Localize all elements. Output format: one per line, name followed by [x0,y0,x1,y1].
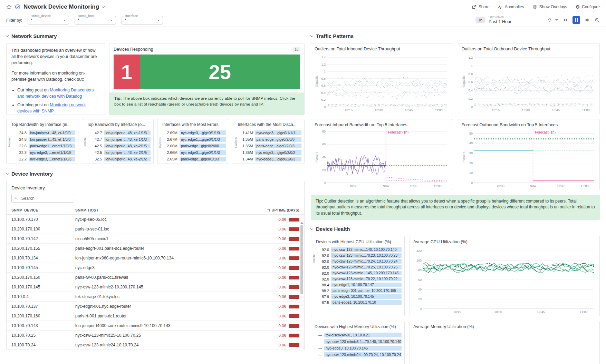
device-inventory-section-header[interactable]: Device Inventory [6,171,305,177]
header-left: Network Device Monitoring [6,3,104,10]
toplist-row[interactable]: 92.0nyc-csw-123-mimic...70.25, 10.100.70… [318,264,402,270]
scroll-up-icon[interactable] [300,222,303,224]
toplist-row[interactable]: 92.0nyc-csw-123-mimic...145, 10.200.170.… [318,270,402,276]
toplist-row[interactable]: 92.0nyc-csw-123-mimic...140, 10.100.70.1… [318,247,402,253]
inventory-row[interactable]: 10.100.70.25nyc-csw-123-mimic25-10.100.7… [7,331,304,340]
device-health-section-header[interactable]: Device Health [311,226,600,232]
section-collapse-icon [6,34,9,37]
toplist-row[interactable]: 92.0nyc-csw-123-mimic...70.24, 10.100.70… [318,258,402,264]
share-label: Share [479,4,490,9]
svg-text:0.4: 0.4 [468,89,473,92]
title-chevron-icon[interactable] [102,5,105,8]
inventory-row[interactable]: 10.200.170.150paris-fw-00.paris-dc1.fire… [7,273,304,282]
inventory-row[interactable]: 10.100.70.134lon-juniper-mx960-edge-rout… [7,253,304,263]
toplist-row[interactable]: 92.0nyc-csw-123-mimic...70.23, 10.100.70… [318,253,402,258]
star-icon[interactable] [6,4,12,10]
toplist-row[interactable]: 2.69Mnyc-edge3,...gige0/1/1/0 [164,129,226,136]
toplist-row[interactable]: 22.6paris-edge1...ernet1/1/0/3 [13,142,75,149]
average-memory-chart[interactable] [413,330,596,364]
time-range-selector[interactable]: UTC+09:00 Past 1 Hour [489,16,544,24]
inventory-row[interactable]: 10.200.170.160paris-rt-001.paris-dc1.rou… [7,311,304,321]
column-header-uptime[interactable]: UPTIME (DAYS) [252,206,304,215]
time-pause-button[interactable] [573,16,580,24]
configure-button[interactable]: ⚙ Configure [575,4,600,9]
toplist-row[interactable]: —nyc-edge3, 10.100.70.145 [314,345,402,351]
toplist-row[interactable]: 1.35Mparis-edge...gige0/2/0/0 [239,136,302,142]
show-overlays-button[interactable]: Show Overlays [532,4,567,9]
unreachable-devices-box[interactable]: 1 [114,55,140,89]
toplist-row[interactable]: 87.9nyc-edge3, 10.100.70.145 [318,294,402,299]
inventory-row[interactable]: 10.100.70.142cisco5505-mimic10.06 [7,234,304,244]
uptime-cell: 0.06 [252,234,304,244]
snmp-device-filter-dropdown[interactable]: snmp_device * [28,16,69,24]
toplist-row[interactable]: 42.5lon-juniper-t...43, xe-2/1/5 [88,149,151,156]
column-header-snmp-host[interactable]: SNMP_HOST [70,206,252,215]
interface-filter-dropdown[interactable]: interface * [122,16,163,24]
inventory-scrollbar[interactable] [300,222,303,348]
inventory-search-box[interactable] [11,194,74,203]
time-forward-button[interactable] [584,16,591,24]
toplist-row[interactable]: 1.35Mparis-edge...gige0/2/0/3 [239,142,302,149]
toplist-row[interactable]: —nyc-csw-123-mimic24...00.70.24, 10.100.… [314,351,402,358]
inventory-row[interactable]: 10.10.0.4tok-storage-01.tokyo.loc0.06 [7,292,304,302]
toplist-row[interactable]: —tok-cisco-sw-01, 10.10.0.21 [314,332,402,338]
traffic-patterns-section-header[interactable]: Traffic Patterns [311,33,600,39]
forecast-outbound-chart[interactable]: 0102030405010:30Now11:3012:00Forecast (1… [462,128,596,188]
toplist-row[interactable]: 22.2nyc-edge3, ...ernet1/1/0/3 [13,156,75,162]
inventory-row[interactable]: 10.200.170.100paris-ip-sec-01.loc0.06 [7,224,304,234]
toplist-row[interactable]: 22.3nyc-edge3, ...ernet1/1/0/5 [13,149,75,156]
toplist-row[interactable]: 2.67Mnyc-edge1,...gige0/1/1/3 [164,136,226,142]
scrollbar-thumb[interactable] [300,225,303,294]
uptime-cell: 0.06 [252,331,304,340]
toplist-row[interactable]: 42.7lon-juniper-t...48, xe-1/1/3 [88,129,151,136]
forecast-inbound-chart[interactable]: 02040608010:30Now11:3012:00Forecast (1h)… [315,128,449,188]
svg-text:10:30: 10:30 [497,184,504,188]
network-summary-section-header[interactable]: Network Summary [6,33,305,39]
search-input[interactable] [21,196,71,201]
inventory-row[interactable]: 10.100.170.145nyc-csw-123-mimic2-10.200.… [7,282,304,292]
toplist-row[interactable]: 88.4nyc-edge1, 10.100.70.147 [318,282,402,288]
toplist-row[interactable]: 24.8lon-juniper-t...43, et-1/0/0 [13,136,75,142]
inventory-row[interactable]: 10.100.70.137nyc-edgrt-001.nyc.edge-rout… [7,302,304,311]
inventory-card-title: Device Inventory [7,181,304,192]
toplist-row[interactable]: 2.65Mparis-edge...gige0/1/1/3 [164,156,226,162]
toplist-row[interactable]: 24.8lon-juniper-t...48, et-1/0/0 [13,129,75,136]
toplist-row[interactable]: 92.0nyc-csw-123-mimic...70.22, 10.100.70… [318,276,402,282]
toplist-row[interactable]: 42.7lon-juniper-t...43, xe-1/1/3 [88,136,151,142]
toplist-row[interactable]: 2.66Mparis-edge...gige0/2/0/0 [164,142,226,149]
anomalies-label: Anomalies [505,4,524,9]
toplist-row[interactable]: 2.66Mnyc-edge3,...gige0/1/1/3 [164,149,226,156]
pin-icon[interactable] [547,18,552,22]
time-backward-button[interactable] [561,16,569,24]
anomalies-button[interactable]: Anomalies [498,4,524,9]
toplist-row[interactable]: 32.5lon-juniper-t...48, xe-2/1/2 [88,156,151,162]
inbound-outliers-chart[interactable]: 00.20.40.60.811.21.410:1510:3010:4511:00… [315,52,449,112]
toplist-row[interactable]: 1.41Mnyc-edge3,...gige0/1/1/1 [239,129,302,136]
zoom-out-icon[interactable] [595,18,600,23]
toplist-value: — [314,353,322,357]
toplist-row[interactable]: 42.5lon-juniper-t...48, xe-2/1/5 [88,142,151,149]
share-button[interactable]: Share [472,4,490,9]
column-header-snmp-device[interactable]: SNMP_DEVICE [7,206,70,215]
time-dropdown-caret-icon[interactable] [555,19,558,21]
inventory-row[interactable]: 10.100.70.24nyc-csw-123-mimic24-10.10.70… [7,340,304,350]
toplist-row[interactable]: 1.34Mnyc-edge3,...gige0/2/0/3 [239,156,302,162]
average-cpu-chart[interactable]: 02040608010012010:1510:3010:4511:00 [413,245,596,314]
svg-text:10:30: 10:30 [522,108,530,112]
svg-text:20: 20 [322,168,326,172]
inventory-row[interactable]: 10.100.70.143lon-juniper-t4000-core-rout… [7,321,304,331]
inventory-row[interactable]: 10.100.70.145nyc-edge30.06 [7,263,304,273]
toplist-row[interactable]: 1.35Mnyc-edge3,...gige0/2/0/2 [239,149,302,156]
outbound-outliers-chart[interactable]: 00.20.40.60.811.210:1510:3010:4511:00Gig… [462,52,596,112]
snmp-host-filter-dropdown[interactable]: snmp_host * [75,16,116,24]
snmp-host-cell: nyc-edgrt-001.nyc.edge-router [70,302,252,311]
toplist-label-chip: nyc-edge3,...gige0/1/1/1 [255,130,302,135]
inventory-row[interactable]: 10.100.70.170nyc-ip-sec-05.loc0.06 [7,215,304,224]
reachable-devices-box[interactable]: 25 [140,55,300,89]
snmp-host-cell: paris-fw-00.paris-dc1.firewall [70,273,252,282]
time-range-badge[interactable]: 1h [475,17,485,23]
toplist-row[interactable]: 87.5paris-edge1, 10.200.170.10 [318,299,402,305]
toplist-row[interactable]: 88.2paris-edgrt-001.par...ter, 10.200.17… [318,288,402,294]
inventory-row[interactable]: 10.200.170.155paris-edgrt-001.paris-dc1.… [7,244,304,253]
toplist-row[interactable]: —nyc-csw-123-mimic3-1...70.140, 10.100.7… [314,338,402,345]
